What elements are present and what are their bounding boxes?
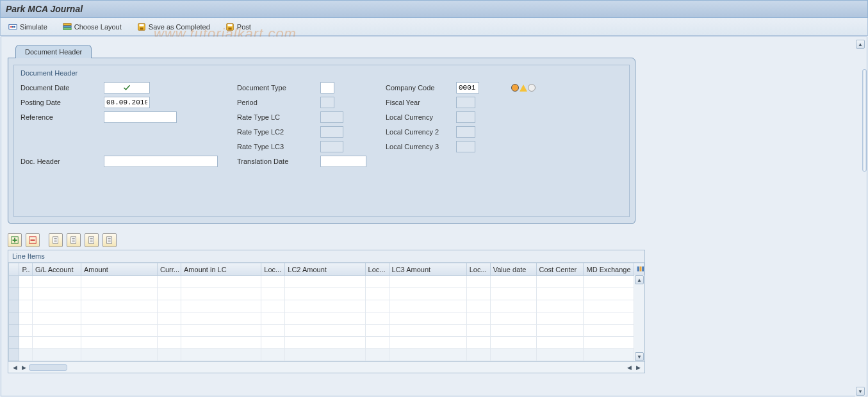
grid-cell[interactable] [32,300,81,312]
col-pk[interactable]: P.. [19,263,33,276]
grid-cell[interactable] [466,349,490,361]
grid-cell[interactable] [490,276,536,288]
hscroll-left-icon[interactable]: ◀ [11,364,19,371]
page-scroll-down-icon[interactable]: ▼ [856,387,865,396]
doc-button-2[interactable] [67,233,81,247]
grid-cell[interactable] [490,337,536,349]
col-lc2-amount[interactable]: LC2 Amount [285,263,365,276]
grid-scroll-up-icon[interactable]: ▲ [635,275,644,284]
grid-horizontal-scrollbar[interactable]: ◀ ▶ ◀ ▶ [8,361,644,373]
grid-cell[interactable] [584,312,634,325]
grid-cell[interactable] [490,325,536,337]
grid-cell[interactable] [389,349,466,361]
col-amount[interactable]: Amount [81,263,157,276]
grid-cell[interactable] [389,325,466,337]
grid-cell[interactable] [81,276,157,288]
local-currency2-field[interactable] [456,126,475,138]
side-grip-handle[interactable] [862,69,867,172]
row-selector[interactable] [9,300,19,312]
grid-cell[interactable] [158,337,181,349]
grid-cell[interactable] [158,312,181,325]
grid-cell[interactable] [466,337,490,349]
col-configure-icon[interactable] [634,263,644,276]
delete-row-button[interactable] [26,233,40,247]
grid-cell[interactable] [32,288,81,300]
row-selector[interactable] [9,349,19,361]
hscroll-right-icon[interactable]: ▶ [20,364,28,371]
table-row[interactable] [9,312,644,325]
grid-cell[interactable] [158,276,181,288]
grid-cell[interactable] [158,288,181,300]
grid-cell[interactable] [181,300,261,312]
grid-cell[interactable] [584,288,634,300]
rate-type-lc2-field[interactable] [320,126,343,138]
grid-cell[interactable] [285,349,365,361]
grid-cell[interactable] [261,288,285,300]
grid-cell[interactable] [389,276,466,288]
posting-date-field[interactable] [104,97,150,108]
grid-cell[interactable] [536,325,584,337]
company-code-field[interactable] [456,82,479,93]
grid-cell[interactable] [490,312,536,325]
table-row[interactable] [9,300,644,312]
doc-button-3[interactable] [85,233,99,247]
table-row[interactable] [9,276,644,288]
col-currency[interactable]: Curr... [158,263,181,276]
grid-cell[interactable] [536,312,584,325]
grid-cell[interactable] [158,300,181,312]
grid-cell[interactable] [536,349,584,361]
grid-cell[interactable] [81,349,157,361]
grid-cell[interactable] [285,300,365,312]
grid-cell[interactable] [32,349,81,361]
grid-cell[interactable] [466,300,490,312]
grid-cell[interactable] [584,325,634,337]
grid-cell[interactable] [584,276,634,288]
table-row[interactable] [9,337,644,349]
grid-cell[interactable] [285,312,365,325]
document-type-field[interactable] [320,82,334,93]
grid-cell[interactable] [490,349,536,361]
grid-cell[interactable] [19,276,33,288]
grid-cell[interactable] [158,325,181,337]
grid-cell[interactable] [19,349,33,361]
table-row[interactable] [9,349,644,361]
reference-field[interactable] [104,111,177,123]
grid-cell[interactable] [158,349,181,361]
grid-cell[interactable] [181,312,261,325]
table-row[interactable] [9,288,644,300]
row-selector[interactable] [9,288,19,300]
grid-cell[interactable] [536,337,584,349]
grid-cell[interactable] [365,276,389,288]
choose-layout-button[interactable]: Choose Layout [60,20,124,34]
simulate-button[interactable]: Simulate [6,20,50,34]
rate-type-lc-field[interactable] [320,111,343,123]
grid-cell[interactable] [81,337,157,349]
grid-cell[interactable] [261,337,285,349]
document-date-field[interactable] [104,82,150,93]
col-gl-account[interactable]: G/L Account [32,263,81,276]
grid-cell[interactable] [536,288,584,300]
tab-document-header[interactable]: Document Header [15,45,92,58]
grid-cell[interactable] [32,312,81,325]
grid-cell[interactable] [466,312,490,325]
grid-cell[interactable] [81,300,157,312]
grid-cell[interactable] [389,300,466,312]
grid-cell[interactable] [584,300,634,312]
insert-row-button[interactable] [8,233,22,247]
hscroll-right2-icon[interactable]: ▶ [634,364,642,371]
grid-cell[interactable] [466,288,490,300]
grid-cell[interactable] [490,300,536,312]
grid-cell[interactable] [466,276,490,288]
grid-cell[interactable] [365,349,389,361]
grid-cell[interactable] [536,276,584,288]
period-field[interactable] [320,97,334,108]
grid-cell[interactable] [466,325,490,337]
doc-button-4[interactable] [102,233,117,247]
fiscal-year-field[interactable] [456,97,475,108]
grid-cell[interactable] [389,312,466,325]
table-row[interactable] [9,325,644,337]
page-scroll-up-icon[interactable]: ▲ [856,40,865,49]
grid-cell[interactable] [32,337,81,349]
grid-cell[interactable] [261,349,285,361]
grid-cell[interactable] [584,349,634,361]
